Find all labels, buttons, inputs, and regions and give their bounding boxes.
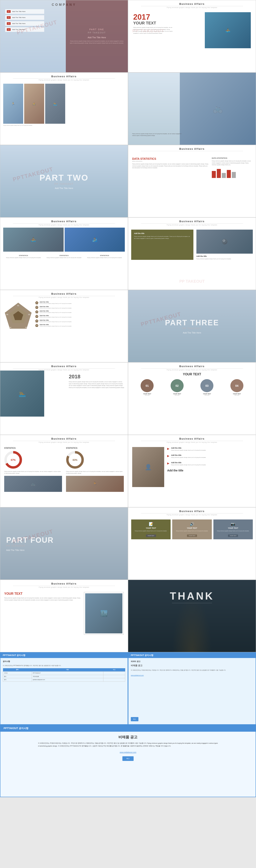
circle-2: 02 YOUR TEXT your text xyxy=(170,379,184,396)
card-2: 🔊 YOUR TEXT Flying minimum graphic desig… xyxy=(172,520,212,539)
row-8: PPTTAKEOUT PART FOUR PP TAKEOUT Add The … xyxy=(0,507,256,580)
dual-stat-2: STATISTICS 83% Flying minimum graphic de… xyxy=(66,447,124,492)
menu-item-4: 04 Add The Title Here xyxy=(5,27,44,32)
card-desc-2: Flying minimum graphic design thank you … xyxy=(174,530,209,532)
watermark-8: PP TAKEOUT xyxy=(179,279,204,284)
slide14-sub: Flying minimum graphic design thank you … xyxy=(128,442,256,443)
table-row: 디자인 PPTTAKEOUT xyxy=(3,672,125,675)
part-two-title: PART TWO xyxy=(40,173,89,183)
row3-col1: 문의 xyxy=(3,678,32,682)
pentagon-items: 01 Add the title Flying minimum graphic … xyxy=(35,301,125,331)
slide9-title: Business Affairs xyxy=(0,292,128,295)
cover-desc: Flying minimum graphic design thank you … xyxy=(70,40,124,44)
slide13-title: Business Affairs xyxy=(0,437,128,440)
bar-2 xyxy=(217,169,221,178)
stat-item-1: STATISTICS Flying minimum graphic design… xyxy=(6,255,41,258)
slide8-line xyxy=(141,223,243,224)
circle-shape-3: 03 xyxy=(200,379,214,392)
penta-text-5: Add the title Flying minimum graphic des… xyxy=(40,319,72,323)
slide14-title: Business Affairs xyxy=(128,437,256,440)
slide17-header: Business Affairs Flying minimum graphic … xyxy=(0,580,128,589)
part-one-label: PART ONE xyxy=(89,28,104,31)
slide-2017: Business Affairs Flying minimum graphic … xyxy=(128,0,256,72)
pie-chart-1: 67% xyxy=(4,451,22,469)
arrow-icon-2: ▶ xyxy=(167,454,169,458)
slide2-sub: Flying minimum graphic design thank you … xyxy=(128,7,256,8)
slide17-title: Business Affairs xyxy=(0,582,128,585)
menu-label-1: Add The Title Here xyxy=(12,10,26,12)
blue-btn[interactable]: 확인 xyxy=(131,717,138,721)
slide-part-four: PPTTAKEOUT PART FOUR PP TAKEOUT Add The … xyxy=(0,507,128,580)
penta-num-5: 05 xyxy=(35,319,38,322)
penta-text-6: Add the title Flying minimum graphic des… xyxy=(40,324,72,327)
menu-num-4: 04 xyxy=(7,28,10,31)
notice1-header: PPTTAKOUT 공지사항 xyxy=(0,653,128,658)
row-1: PPTTAKEOUT COMPANY 01 Add The Title Here… xyxy=(0,0,256,72)
list-title-1: Add the title xyxy=(171,447,206,449)
penta-text-1: Add the title Flying minimum graphic des… xyxy=(40,301,72,305)
part-two-overlay: PART TWO PP TAKEOUT Add The Title Here xyxy=(40,173,89,189)
card-1: 📝 YOUR TEXT Flying minimum graphic desig… xyxy=(131,520,170,539)
row-3: PPTTAKEOUT PART TWO PP TAKEOUT Add The T… xyxy=(0,145,256,217)
part-four-subtitle: PP TAKEOUT xyxy=(6,545,54,547)
slide11-image: 🏊 xyxy=(0,371,44,416)
cover-right-panel: PART ONE PP TAKEOUT Add The Title Here F… xyxy=(66,0,128,72)
grid-img-3: 🏊 xyxy=(45,84,65,124)
list-desc-3: Flying minimum graphic design thank you … xyxy=(171,464,206,466)
part-three-overlay: PART THREE PP TAKEOUT Add The Title Here xyxy=(165,318,219,334)
slide-notice-full: PPTTAKOUT 공지사항 비매품 공고 이 파워포인트는 무료로 배포되는 … xyxy=(0,725,256,797)
slide9-header: Business Affairs Flying minimum graphic … xyxy=(0,290,128,299)
mini-chart xyxy=(212,168,252,178)
penta-item-1: 01 Add the title Flying minimum graphic … xyxy=(35,301,125,305)
stat-label-3: STATISTICS xyxy=(87,255,122,256)
penta-desc-2: Flying minimum graphic design thank you … xyxy=(40,308,72,309)
stats-images-row: 🚣 🏄 xyxy=(0,227,128,252)
website-link[interactable]: www.ppttakeout.com xyxy=(131,674,253,676)
penta-num-6: 06 xyxy=(35,324,38,327)
list-text-3: Add the title Flying minimum graphic des… xyxy=(171,462,206,466)
slide2-image: 🚣 xyxy=(205,12,251,48)
arrow-icon-3: ▶ xyxy=(167,462,169,465)
penta-title-3: Add the title xyxy=(40,310,72,312)
notice2-header: PPTTAKOUT 공지사항 xyxy=(128,653,256,658)
card-btn-2[interactable]: YOUR TEXT xyxy=(187,534,197,537)
slide-stats-images: Business Affairs Flying minimum graphic … xyxy=(0,217,128,290)
card-desc-1: Flying minimum graphic design thank you … xyxy=(134,530,168,532)
card-btn-1[interactable]: YOUR TEXT xyxy=(146,534,156,537)
dual-stat-label-2: STATISTICS xyxy=(66,447,124,449)
penta-item-2: 02 Add the title Flying minimum graphic … xyxy=(35,306,125,309)
circle-num-3: 03 xyxy=(205,384,209,388)
slide3-title: Business Affairs xyxy=(0,75,128,78)
circle-num-2: 02 xyxy=(175,384,179,388)
circle-label-2: YOUR TEXT xyxy=(170,393,184,395)
add-title-list-content: 👤 ▶ Add the title Flying minimum graphic… xyxy=(128,444,256,490)
stat-desc-1: Flying minimum graphic design thank you … xyxy=(6,257,41,258)
dual-stat-label-1: STATISTICS xyxy=(4,447,62,449)
full-notice-content: 비매품 공고 이 파워포인트는 무료로 배포되는 자료입니다. 무단으로 판매하… xyxy=(0,732,256,764)
card-btn-3[interactable]: YOUR TEXT xyxy=(228,534,238,537)
slide-thank: THANK xyxy=(128,580,256,652)
slide-part-two: PPTTAKEOUT PART TWO PP TAKEOUT Add The T… xyxy=(0,145,128,217)
circles-row: 01 YOUR TEXT your text 02 YOUR TEXT your… xyxy=(128,379,256,396)
menu-label-3: Add The Title Here xyxy=(12,23,26,24)
slide16-sub: Flying minimum graphic design thank you … xyxy=(128,514,256,516)
notice2-content: 피피티 공고 비매품 공고 이 파워포인트는 무료로 배포되는 자료입니다. 무… xyxy=(128,658,256,678)
your-text-image-frame: 🏙️ xyxy=(84,592,124,635)
row-7: Business Affairs Flying minimum graphic … xyxy=(0,435,256,507)
list-item-2: ▶ Add the title Flying minimum graphic d… xyxy=(167,454,252,458)
menu-item-2: 02 Add The Title Here xyxy=(5,15,44,20)
card-title-1: YOUR TEXT xyxy=(134,527,168,529)
menu-list: 01 Add The Title Here 02 Add The Title H… xyxy=(5,9,44,33)
full-confirm-btn[interactable]: 확인 xyxy=(6,756,250,761)
full-website: www.ppttakeout.com xyxy=(6,751,250,753)
slide-2018: Business Affairs Flying minimum graphic … xyxy=(0,362,128,435)
row2-col3 xyxy=(103,675,125,678)
slide8-sub: Flying minimum graphic design thank you … xyxy=(128,224,256,226)
slide-cover: PPTTAKEOUT COMPANY 01 Add The Title Here… xyxy=(0,0,128,72)
slide12-header: Business Affairs Flying minimum graphic … xyxy=(128,363,256,371)
slide-stats-dual: Business Affairs Flying minimum graphic … xyxy=(0,435,128,507)
full-website-link[interactable]: www.ppttakeout.com xyxy=(6,751,250,753)
slide-your-text-image: Business Affairs Flying minimum graphic … xyxy=(0,580,128,652)
list-item-3: ▶ Add the title Flying minimum graphic d… xyxy=(167,462,252,466)
your-text-heading: YOUR TEXT xyxy=(128,373,256,376)
